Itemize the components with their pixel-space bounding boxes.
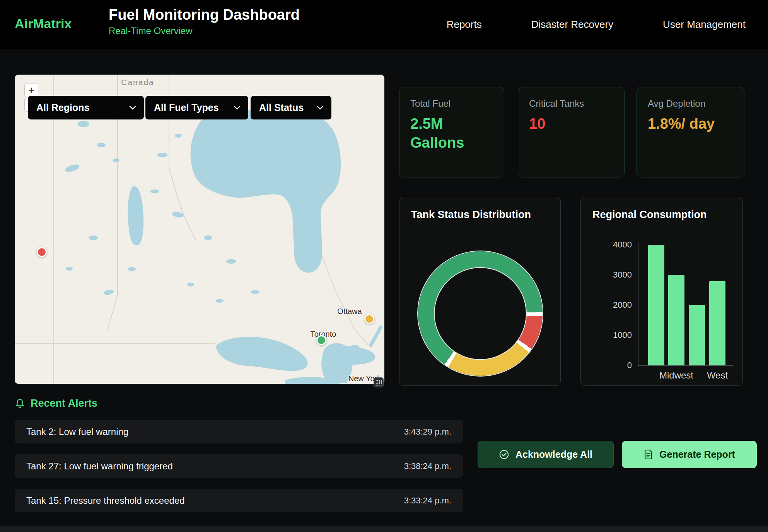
y-axis-tick-label: 2000	[595, 300, 632, 310]
donut-hole	[434, 267, 527, 360]
x-axis-line	[638, 365, 733, 366]
chevron-down-icon	[129, 106, 136, 110]
tank-marker[interactable]	[316, 335, 326, 345]
document-icon	[643, 449, 653, 460]
x-axis-label: Midwest	[653, 370, 700, 381]
stat-value: 1.8%/ day	[648, 114, 733, 133]
stat-value: 10	[529, 114, 613, 133]
y-axis-tick-label: 3000	[595, 270, 632, 280]
alert-message: Tank 2: Low fuel warning	[26, 426, 128, 437]
bar	[648, 245, 664, 365]
check-circle-icon	[499, 449, 509, 460]
chart-title: Tank Status Distribution	[411, 209, 549, 221]
map-filter-select[interactable]: All Regions	[28, 96, 144, 119]
page-title: Fuel Monitoring Dashboard	[109, 7, 300, 23]
bell-icon	[15, 398, 25, 409]
y-axis-line	[638, 242, 638, 366]
generate-report-label: Generate Report	[659, 449, 735, 460]
nav-item-reports[interactable]: Reports	[447, 19, 482, 31]
map-filter-select[interactable]: All Status	[251, 96, 331, 119]
filter-label: All Status	[259, 102, 304, 113]
fuel-dashboard-page: AirMatrix Fuel Monitoring Dashboard Real…	[0, 0, 768, 532]
header: AirMatrix Fuel Monitoring Dashboard Real…	[0, 0, 768, 49]
map-resize-handle[interactable]	[374, 377, 384, 387]
stat-label: Avg Depletion	[648, 98, 733, 109]
alert-message: Tank 27: Low fuel warning triggered	[26, 461, 173, 472]
app-logo[interactable]: AirMatrix	[15, 16, 72, 31]
alert-time: 3:43:29 p.m.	[404, 427, 451, 437]
stat-label: Critical Tanks	[529, 98, 613, 109]
map-place-label: Canada	[121, 78, 154, 87]
title-block: Fuel Monitoring Dashboard Real-Time Over…	[109, 7, 300, 36]
grip-dots-icon	[375, 379, 382, 385]
footer-strip	[0, 526, 768, 532]
map-filter-select[interactable]: All Fuel Types	[145, 96, 248, 119]
nav-item-disaster-recovery[interactable]: Disaster Recovery	[531, 19, 613, 31]
main-nav: ReportsDisaster RecoveryUser Management	[447, 0, 746, 49]
alert-message: Tank 15: Pressure threshold exceeded	[26, 495, 185, 506]
nav-item-user-management[interactable]: User Management	[663, 19, 746, 31]
x-axis-label: West	[694, 370, 741, 381]
chevron-down-icon	[234, 106, 241, 110]
filter-label: All Fuel Types	[154, 102, 219, 113]
donut-chart	[418, 251, 543, 376]
bar	[668, 275, 684, 365]
stat-label: Total Fuel	[410, 98, 493, 109]
tank-status-card: Tank Status Distribution	[399, 197, 561, 386]
y-axis-tick-label: 1000	[595, 330, 632, 340]
stat-card: Avg Depletion 1.8%/ day	[637, 87, 744, 177]
map-zoom-in-button[interactable]: +	[24, 83, 38, 97]
regional-consumption-card: Regional Consumption 01000200030004000 M…	[580, 197, 743, 386]
stat-value: 2.5M Gallons	[410, 114, 493, 152]
alerts-title: Recent Alerts	[31, 397, 97, 409]
alerts-header: Recent Alerts	[15, 397, 97, 409]
alert-row[interactable]: Tank 15: Pressure threshold exceeded 3:3…	[15, 489, 463, 512]
tank-marker[interactable]	[37, 247, 47, 257]
bar-chart: 01000200030004000 MidwestWest	[581, 197, 742, 385]
generate-report-button[interactable]: Generate Report	[622, 441, 757, 468]
page-subtitle: Real-Time Overview	[109, 26, 300, 36]
alert-time: 3:38:24 p.m.	[404, 461, 451, 471]
chevron-down-icon	[317, 106, 324, 110]
alert-time: 3:33:24 p.m.	[404, 496, 451, 506]
y-axis-tick-label: 0	[595, 360, 632, 370]
alerts-list: Tank 2: Low fuel warning 3:43:29 p.m. Ta…	[15, 420, 463, 512]
map-panel[interactable]: + − All Regions All Fuel Types All Statu…	[15, 75, 384, 384]
bar	[709, 281, 725, 365]
alert-row[interactable]: Tank 27: Low fuel warning triggered 3:38…	[15, 454, 463, 478]
tank-marker[interactable]	[364, 314, 374, 324]
bar	[689, 305, 705, 365]
filter-label: All Regions	[36, 102, 90, 113]
acknowledge-all-button[interactable]: Acknowledge All	[478, 441, 614, 468]
stat-card: Critical Tanks 10	[518, 87, 625, 177]
acknowledge-all-label: Acknowledge All	[515, 449, 592, 460]
map-place-label: Ottawa	[337, 307, 362, 316]
y-axis-tick-label: 4000	[595, 240, 632, 250]
stat-card: Total Fuel 2.5M Gallons	[399, 87, 504, 177]
alert-row[interactable]: Tank 2: Low fuel warning 3:43:29 p.m.	[15, 420, 463, 443]
